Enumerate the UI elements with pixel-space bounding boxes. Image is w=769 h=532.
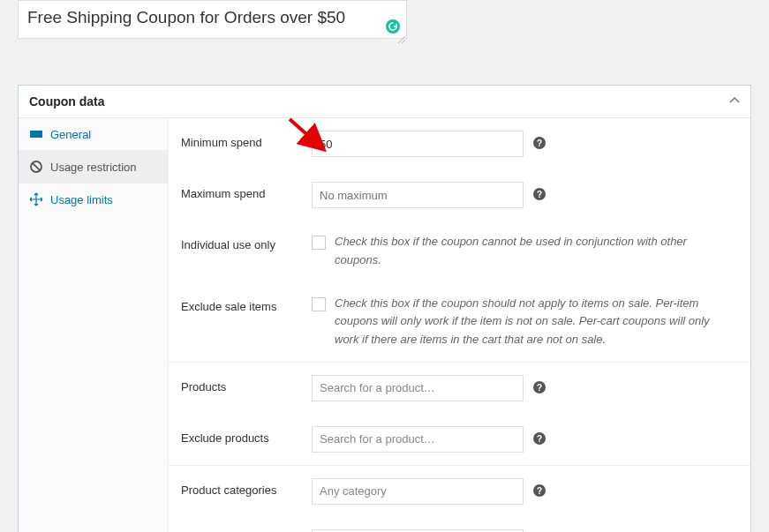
svg-text:?: ? [537,190,542,199]
help-icon[interactable]: ? [532,380,547,394]
panel-title: Coupon data [29,94,105,109]
tab-usage-restriction[interactable]: Usage restriction [19,151,168,184]
svg-line-1 [398,36,405,43]
exclude-sale-desc: Check this box if the coupon should not … [335,295,738,349]
tab-general-label: General [50,128,91,141]
tab-general[interactable]: General [19,118,168,151]
exclude-sale-checkbox[interactable] [312,297,326,311]
collapse-icon[interactable] [729,94,740,109]
tab-content: Minimum spend ? Maximum spend ? Individu… [169,118,750,532]
help-icon[interactable]: ? [532,187,547,201]
products-placeholder: Search for a product… [320,381,435,394]
help-icon[interactable]: ? [532,431,547,446]
ticket-icon [29,127,43,141]
product-categories-select[interactable]: Any category [312,478,524,505]
individual-use-label: Individual use only [181,233,305,251]
product-categories-label: Product categories [181,478,305,497]
max-spend-input[interactable] [312,182,524,208]
exclude-products-select[interactable]: Search for a product… [312,426,524,453]
svg-text:?: ? [537,139,542,148]
resize-grip-icon[interactable] [396,28,405,37]
products-label: Products [181,375,305,393]
exclude-products-placeholder: Search for a product… [320,432,435,446]
svg-line-4 [33,163,40,170]
panel-header[interactable]: Coupon data [19,86,750,118]
exclude-products-label: Exclude products [181,426,305,445]
coupon-data-panel: Coupon data General Usage restriction [18,85,751,532]
svg-text:?: ? [537,434,542,444]
tab-usage-restriction-label: Usage restriction [50,161,137,174]
svg-text:?: ? [537,486,542,496]
help-icon[interactable]: ? [532,483,547,498]
svg-text:?: ? [537,383,542,393]
min-spend-label: Minimum spend [181,131,305,149]
product-categories-placeholder: Any category [320,484,387,498]
max-spend-label: Maximum spend [181,182,305,200]
products-select[interactable]: Search for a product… [312,375,524,401]
no-entry-icon [29,160,43,174]
individual-use-checkbox[interactable] [312,236,326,250]
tab-usage-limits[interactable]: Usage limits [19,184,168,215]
tabs-sidebar: General Usage restriction Usage limits [19,118,169,532]
coupon-description-text: Free Shipping Coupon for Orders over $50 [27,8,345,26]
coupon-description-textarea[interactable]: Free Shipping Coupon for Orders over $50 [18,0,407,39]
move-icon [29,192,43,206]
exclude-sale-label: Exclude sale items [181,295,305,313]
help-icon[interactable]: ? [532,136,547,150]
svg-line-2 [402,40,405,43]
tab-usage-limits-label: Usage limits [50,193,113,206]
individual-use-desc: Check this box if the coupon cannot be u… [335,233,738,270]
min-spend-input[interactable] [312,131,524,157]
